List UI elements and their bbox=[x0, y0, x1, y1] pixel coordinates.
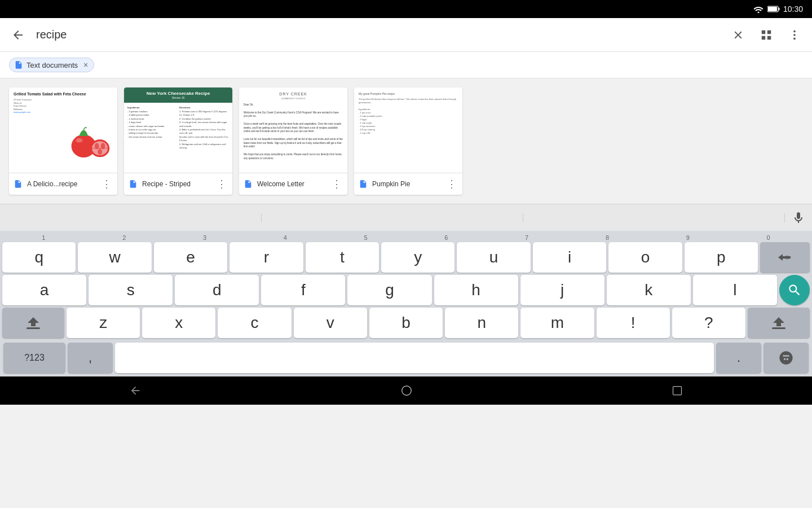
key-h[interactable]: h bbox=[434, 275, 518, 305]
suggestion-3[interactable] bbox=[523, 213, 785, 222]
num-9: 9 bbox=[647, 234, 728, 241]
svg-point-10 bbox=[76, 138, 82, 143]
key-s[interactable]: s bbox=[89, 275, 173, 305]
search-input[interactable] bbox=[36, 28, 721, 41]
key-g[interactable]: g bbox=[347, 275, 431, 305]
doc-title-2: Recipe - Striped bbox=[142, 180, 211, 188]
key-i[interactable]: i bbox=[533, 242, 606, 273]
doc-icon-1 bbox=[14, 179, 23, 189]
suggestion-bar bbox=[0, 204, 812, 231]
num-5: 5 bbox=[325, 234, 406, 241]
space-key[interactable] bbox=[115, 343, 714, 373]
num-0: 0 bbox=[728, 234, 809, 241]
preview-ingredients-2: Ingredients - 3 graham crackers- 2 table… bbox=[127, 106, 177, 150]
status-bar: 10:30 bbox=[0, 0, 812, 18]
chip-close-button[interactable]: × bbox=[83, 60, 88, 69]
doc-menu-button-3[interactable]: ⋮ bbox=[330, 178, 343, 190]
key-p[interactable]: p bbox=[685, 242, 758, 273]
key-exclaim[interactable]: ! bbox=[597, 308, 670, 338]
num-2: 2 bbox=[84, 234, 165, 241]
docs-filter-icon bbox=[14, 60, 23, 69]
key-z[interactable]: z bbox=[67, 308, 140, 338]
key-q[interactable]: q bbox=[2, 242, 76, 273]
search-toolbar-icons bbox=[730, 27, 803, 43]
doc-menu-button-1[interactable]: ⋮ bbox=[100, 178, 113, 190]
zxcv-row: z x c v b n m ! ? bbox=[1, 308, 811, 338]
preview-doc3-title: DRY CREEK bbox=[244, 92, 343, 96]
status-icons: 10:30 bbox=[753, 5, 803, 14]
key-t[interactable]: t bbox=[306, 242, 379, 273]
back-button[interactable] bbox=[9, 26, 27, 44]
doc-footer-3: Welcome Letter ⋮ bbox=[239, 173, 347, 195]
key-a[interactable]: a bbox=[2, 275, 86, 305]
preview-header-2: New York Cheesecake Recipe Serves 16 bbox=[124, 87, 232, 103]
shift-left-key[interactable] bbox=[2, 308, 64, 338]
doc-icon-4 bbox=[359, 179, 368, 189]
key-n[interactable]: n bbox=[445, 308, 518, 338]
key-u[interactable]: u bbox=[457, 242, 530, 273]
doc-card-3[interactable]: DRY CREEK COMMUNITY CHURCH Dear Sir, Wel… bbox=[239, 87, 347, 195]
period-key[interactable]: . bbox=[716, 343, 761, 373]
doc-menu-button-4[interactable]: ⋮ bbox=[445, 178, 458, 190]
preview-ingredients-1: 4 Fresh TomatoesOlive oilFeta CheeseBals… bbox=[14, 98, 113, 114]
doc-title-3: Welcome Letter bbox=[257, 180, 326, 188]
num-7: 7 bbox=[487, 234, 567, 241]
nav-bar bbox=[0, 376, 812, 405]
preview-directions-2: Directions 1. Preheat oven to 350 degree… bbox=[179, 106, 229, 150]
preview-doc3-subtitle: COMMUNITY CHURCH bbox=[244, 97, 343, 100]
key-l[interactable]: l bbox=[693, 275, 777, 305]
key-c[interactable]: c bbox=[218, 308, 291, 338]
key-d[interactable]: d bbox=[175, 275, 259, 305]
home-nav-button[interactable] bbox=[400, 384, 413, 397]
shift-right-key[interactable] bbox=[748, 308, 810, 338]
key-r[interactable]: r bbox=[230, 242, 303, 273]
back-nav-button[interactable] bbox=[129, 384, 142, 397]
doc-menu-button-2[interactable]: ⋮ bbox=[215, 178, 228, 190]
svg-point-6 bbox=[793, 37, 796, 40]
doc-preview-2: New York Cheesecake Recipe Serves 16 Ing… bbox=[124, 87, 232, 173]
key-y[interactable]: y bbox=[381, 242, 454, 273]
key-w[interactable]: w bbox=[78, 242, 151, 273]
svg-rect-8 bbox=[17, 67, 20, 67]
svg-point-15 bbox=[98, 148, 102, 155]
suggestion-1[interactable] bbox=[0, 213, 262, 222]
filter-row: Text documents × bbox=[0, 52, 812, 78]
backspace-key[interactable] bbox=[760, 242, 810, 273]
emoji-key[interactable] bbox=[764, 343, 809, 373]
key-f[interactable]: f bbox=[261, 275, 345, 305]
svg-rect-18 bbox=[673, 387, 681, 395]
key-k[interactable]: k bbox=[607, 275, 691, 305]
key-b[interactable]: b bbox=[369, 308, 443, 338]
doc-card-1[interactable]: Grilled Tomato Salad with Feta Cheese 4 … bbox=[9, 87, 117, 195]
suggestion-2[interactable] bbox=[262, 213, 523, 222]
key-question[interactable]: ? bbox=[672, 308, 745, 338]
search-key[interactable] bbox=[779, 275, 810, 305]
num-switch-key[interactable]: ?123 bbox=[3, 343, 65, 373]
preview-doc2-subheader: Serves 16 bbox=[126, 96, 230, 99]
keyboard-bottom-row: ?123 , . bbox=[1, 340, 811, 376]
recents-nav-button[interactable] bbox=[672, 385, 683, 396]
grid-view-button[interactable] bbox=[758, 27, 775, 43]
key-e[interactable]: e bbox=[154, 242, 227, 273]
status-time: 10:30 bbox=[783, 5, 803, 14]
num-1: 1 bbox=[3, 234, 84, 241]
search-bar bbox=[0, 18, 812, 52]
key-x[interactable]: x bbox=[142, 308, 215, 338]
key-v[interactable]: v bbox=[294, 308, 367, 338]
key-m[interactable]: m bbox=[520, 308, 594, 338]
preview-content-3: DRY CREEK COMMUNITY CHURCH Dear Sir, Wel… bbox=[239, 87, 347, 165]
svg-rect-2 bbox=[768, 7, 777, 11]
svg-point-0 bbox=[757, 12, 759, 14]
text-documents-filter-chip[interactable]: Text documents × bbox=[9, 58, 94, 72]
key-o[interactable]: o bbox=[608, 242, 682, 273]
comma-key[interactable]: , bbox=[68, 343, 113, 373]
col1-title: Ingredients bbox=[127, 106, 177, 109]
key-j[interactable]: j bbox=[520, 275, 604, 305]
doc-card-2[interactable]: New York Cheesecake Recipe Serves 16 Ing… bbox=[124, 87, 232, 195]
keyboard: 1 2 3 4 5 6 7 8 9 0 q w e r t y u i o p … bbox=[0, 231, 812, 376]
asdf-row: a s d f g h j k l bbox=[1, 275, 811, 305]
mic-button[interactable] bbox=[785, 211, 812, 225]
doc-card-4[interactable]: My great Pumpkin Pie recipe The perfect … bbox=[354, 87, 462, 195]
more-options-button[interactable] bbox=[786, 27, 803, 43]
clear-button[interactable] bbox=[730, 27, 747, 43]
